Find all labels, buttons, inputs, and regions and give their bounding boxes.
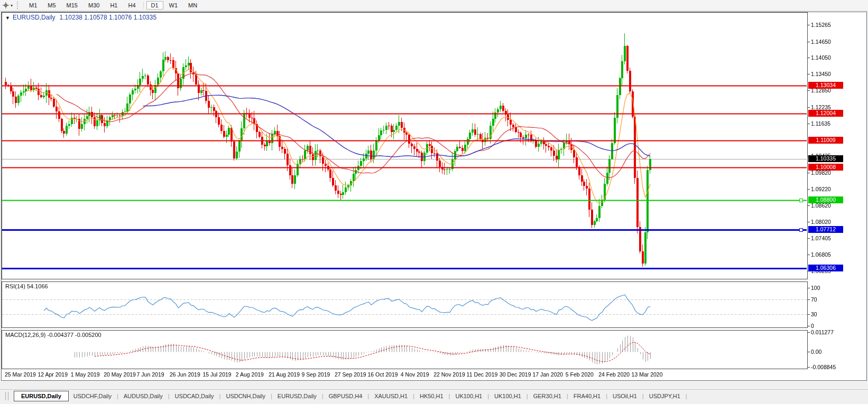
level-badge-1.07712[interactable]: 1.07712 [808,226,843,233]
date-label-17-jan-2020: 17 Jan 2020 [532,371,563,378]
timeframe-button-m5[interactable]: M5 [43,1,60,10]
tab-usdchf-daily-1[interactable]: USDCHF,Daily [69,391,116,401]
price-tick-1.14050: 1.14050 [811,54,831,61]
tab-xauusd-h1-7[interactable]: XAUUSD,H1 [370,391,412,401]
toolbar-separator [143,2,144,9]
timeframe-buttons: M1M5M15M30H1H4D1W1MN [24,1,202,10]
date-label-22-nov-2019: 22 Nov 2019 [433,371,465,378]
level-badge-1.12004[interactable]: 1.12004 [808,110,843,117]
tab-gbpusd-h4-6[interactable]: GBPUSD,H4 [324,391,367,401]
price-tick-1.14650: 1.14650 [811,39,831,45]
date-label-7-jun-2019: 7 Jun 2019 [137,371,164,378]
tab-usdcad-daily-3[interactable]: USDCAD,Daily [170,391,219,401]
date-label-12-apr-2019: 12 Apr 2019 [38,371,68,378]
tab-ger30-h1-11[interactable]: GER30,H1 [529,391,566,401]
rsi-tick-30: 30 [811,311,817,317]
trading-terminal: ▾ M1M5M15M30H1H4D1W1MN ▼EURUSD,Daily1.10… [0,0,868,404]
date-label-27-sep-2019: 27 Sep 2019 [335,371,366,378]
current-price-badge: 1.10335 [808,155,843,162]
date-label-16-oct-2019: 16 Oct 2019 [367,371,398,378]
chevron-down-icon[interactable]: ▾ [11,3,13,8]
timeframe-button-d1[interactable]: D1 [146,1,163,10]
macd-tick--0.008845: -0.008845 [811,364,836,370]
rsi-tick-100: 100 [811,285,820,291]
tab-hk50-h1-8[interactable]: HK50,H1 [415,391,448,401]
date-label-2-aug-2019: 2 Aug 2019 [236,371,264,378]
date-label-4-nov-2019: 4 Nov 2019 [401,371,429,378]
date-label-15-jul-2019: 15 Jul 2019 [202,371,231,378]
tab-uk100-h1-9[interactable]: UK100,H1 [450,391,487,401]
chart-symbol-label: EURUSD,Daily [13,14,56,21]
date-label-9-sep-2019: 9 Sep 2019 [302,371,330,378]
tabbar-grip-icon [5,392,8,400]
price-tick-1.07405: 1.07405 [811,235,831,241]
date-label-13-mar-2020: 13 Mar 2020 [632,371,663,378]
rsi-indicator-label: RSI(14) 54.1066 [5,283,48,289]
crosshair-icon[interactable] [2,1,10,10]
timeframe-button-m30[interactable]: M30 [84,1,104,10]
price-tick-1.06805: 1.06805 [811,251,831,258]
level-badge-1.06306[interactable]: 1.06306 [808,265,843,271]
price-tick-1.11635: 1.11635 [811,120,830,127]
level-badge-1.08800[interactable]: 1.08800 [808,196,843,203]
macd-indicator-label: MACD(12,26,9) -0.004377 -0.005200 [5,332,101,338]
chart-window: ▼EURUSD,Daily1.10238 1.10578 1.10076 1.1… [1,12,867,381]
level-badge-1.10008[interactable]: 1.10008 [808,164,843,171]
timeframe-button-mn[interactable]: MN [183,1,202,10]
chart-ohlc-values: 1.10238 1.10578 1.10076 1.10335 [60,14,157,21]
symbol-tab-bar: EURUSD,DailyUSDCHF,Daily|AUDUSD,Daily|US… [0,389,868,402]
date-label-21-aug-2019: 21 Aug 2019 [269,371,300,378]
level-badge-1.13034[interactable]: 1.13034 [808,82,843,89]
price-tick-1.08020: 1.08020 [811,219,831,225]
date-label-25-mar-2019: 25 Mar 2019 [5,371,36,378]
date-label-26-jun-2019: 26 Jun 2019 [170,371,200,378]
date-label-1-may-2019: 1 May 2019 [71,371,100,378]
timeframe-button-h1[interactable]: H1 [105,1,122,10]
rsi-tick-0: 0 [811,323,814,329]
tab-eurusd-daily-0[interactable]: EURUSD,Daily [14,391,69,401]
level-badge-1.11009[interactable]: 1.11009 [808,137,843,144]
tab-usdjpy-h1-14[interactable]: USDJPY,H1 [644,391,685,401]
tab-usdcnh-daily-4[interactable]: USDCNH,Daily [221,391,270,401]
timeframe-button-m1[interactable]: M1 [24,1,42,10]
tab-fra40-h1-12[interactable]: FRA40,H1 [569,391,605,401]
toolbar-grip[interactable] [17,2,20,9]
timeframe-toolbar: ▾ M1M5M15M30H1H4D1W1MN [0,0,868,11]
timeframe-button-h4[interactable]: H4 [123,1,140,10]
macd-tick-0.00: 0.00 [811,349,821,355]
macd-tick-0.011277: 0.011277 [811,329,834,335]
tab-uk100-h1-10[interactable]: UK100,H1 [490,391,526,401]
tab-audusd-daily-2[interactable]: AUDUSD,Daily [119,391,168,401]
date-label-24-feb-2020: 24 Feb 2020 [598,371,630,378]
date-label-20-may-2019: 20 May 2019 [104,371,136,378]
tab-eurusd-daily-5[interactable]: EURUSD,Daily [273,391,321,401]
timeframe-button-w1[interactable]: W1 [164,1,183,10]
date-label-5-feb-2020: 5 Feb 2020 [566,371,594,378]
price-tick-1.09220: 1.09220 [811,186,831,192]
triangle-down-icon[interactable]: ▼ [5,15,10,21]
timeframe-button-m15[interactable]: M15 [62,1,82,10]
rsi-tick-70: 70 [811,296,817,303]
tab-separator: | [685,393,688,399]
date-label-11-dec-2019: 11 Dec 2019 [467,371,498,378]
price-tick-1.13450: 1.13450 [811,71,831,77]
chart-plot-area[interactable] [2,12,866,380]
date-label-30-dec-2019: 30 Dec 2019 [500,371,531,378]
price-tick-1.15265: 1.15265 [811,22,831,28]
tab-usoil-h1-13[interactable]: USOil,H1 [608,391,642,401]
chart-title: ▼EURUSD,Daily1.10238 1.10578 1.10076 1.1… [5,14,156,21]
